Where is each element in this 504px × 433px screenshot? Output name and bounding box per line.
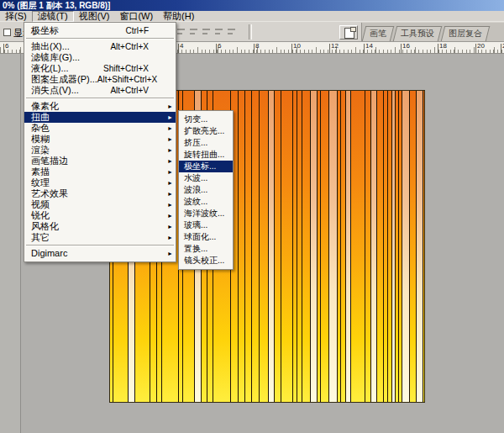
vertical-line [383,91,384,402]
filter-menu-item[interactable]: 其它► [24,232,176,243]
filter-menu-item[interactable]: 像素化► [24,101,176,112]
filter-menu: 极坐标Ctrl+F抽出(X)...Alt+Ctrl+X滤镜库(G)...液化(L… [24,22,176,262]
distort-submenu-item[interactable]: 扩散亮光... [179,125,233,137]
menu-item-label: 波纹... [179,196,233,208]
filter-menu-item[interactable]: 抽出(X)...Alt+Ctrl+X [24,41,176,52]
ruler-major-tick [216,44,217,53]
vertical-line [244,91,245,402]
ruler-number: 20 [477,42,485,50]
filter-menu-item[interactable]: 视频► [24,199,176,210]
filter-menu-item[interactable]: Digimarc► [24,248,176,259]
filter-menu-item[interactable]: 风格化► [24,221,176,232]
palette-well: 画笔工具预设图层复合 [361,23,504,41]
gradient-stripe [310,91,317,402]
menu-item-shortcut: Ctrl+F [126,25,150,36]
filter-menu-item[interactable]: 艺术效果► [24,188,176,199]
ruler-number: 4 [180,42,183,50]
vertical-line [328,91,329,402]
submenu-item-polar-coordinates[interactable]: 极坐标... [179,161,233,172]
ruler-major-tick [438,44,438,53]
align-top-icon[interactable] [176,27,186,36]
distort-submenu-item[interactable]: 挤压... [179,137,233,149]
distort-submenu-item[interactable]: 球面化... [179,231,233,243]
menu-item-label: 其它 [24,232,176,243]
filter-menu-item[interactable]: 图案生成器(P)...Alt+Shift+Ctrl+X [24,74,176,85]
go-to-bridge-icon [344,28,354,39]
filter-menu-item[interactable]: 纹理► [24,177,176,188]
vertical-line [365,91,365,402]
menu-bar-item[interactable]: 帮助(H) [158,11,199,21]
submenu-arrow-icon: ► [167,134,173,145]
gradient-stripe [328,91,337,402]
align-vertical-center-icon[interactable] [189,27,198,36]
submenu-arrow-icon: ► [167,199,173,210]
distort-submenu-item[interactable]: 水波... [179,172,233,184]
menu-bar-item[interactable]: 滤镜(T) [32,11,74,22]
menu-item-label: 旋转扭曲... [179,149,233,161]
distribute-center-icon[interactable] [227,27,236,36]
bridge-button[interactable] [339,25,358,40]
menu-item-shortcut: Alt+Ctrl+V [110,85,149,96]
palette-tab[interactable]: 图层复合 [441,26,490,41]
ruler-major-tick [3,44,4,53]
vertical-line [402,91,402,402]
filter-menu-item[interactable]: 模糊► [24,134,176,145]
menu-item-label: 扩散亮光... [179,125,233,137]
submenu-arrow-icon: ► [167,221,173,232]
gradient-stripe [370,91,376,402]
window-title: 0% (图层 1 副本 13, RGB/8)] [3,1,110,10]
filter-menu-item[interactable]: 滤镜库(G)... [24,52,176,63]
gradient-stripe [416,91,423,402]
menu-item-label: 滤镜库(G)... [24,52,176,63]
ruler-major-tick [501,44,501,53]
menu-item-label: 球面化... [179,231,233,243]
vertical-line [340,91,341,402]
menu-item-label: 素描 [24,166,176,177]
filter-menu-item[interactable]: 极坐标Ctrl+F [24,25,176,36]
vertical-line [398,91,399,402]
palette-tab[interactable]: 画笔 [362,26,394,41]
filter-menu-item[interactable]: 液化(L)...Shift+Ctrl+X [24,63,176,74]
ruler-major-tick [291,44,292,53]
submenu-arrow-icon: ► [167,210,173,221]
vertical-line [345,91,346,402]
vertical-line [274,91,275,402]
ruler-major-tick [401,44,402,53]
filter-menu-item[interactable]: 消失点(V)...Alt+Ctrl+V [24,85,176,96]
menu-bar-item[interactable]: 视图(V) [74,11,115,21]
palette-tab-label: 图层复合 [449,28,482,40]
distort-submenu-item[interactable]: 镜头校正... [179,255,233,267]
menu-bar: 择(S)滤镜(T)视图(V)窗口(W)帮助(H) [0,11,504,22]
align-bottom-icon[interactable] [202,27,211,36]
distort-submenu-item[interactable]: 波浪... [179,184,233,196]
menu-bar-item[interactable]: 择(S) [0,11,32,21]
filter-menu-item[interactable]: 渲染► [24,145,176,156]
menu-item-label: 杂色 [24,123,176,134]
distort-submenu-item[interactable]: 切变... [179,114,233,125]
vertical-line [350,91,351,402]
distort-submenu-item[interactable]: 旋转扭曲... [179,149,233,161]
palette-tab-label: 工具预设 [401,28,434,40]
distort-submenu-item[interactable]: 海洋波纹... [179,208,233,219]
filter-menu-item[interactable]: 杂色► [24,123,176,134]
distribute-left-icon[interactable] [214,27,223,36]
show-checkbox[interactable] [3,29,11,36]
vertical-line [409,91,410,402]
ruler-number: 14 [365,42,373,50]
menu-item-label: 模糊 [24,134,176,145]
vertical-line [391,91,392,402]
menu-bar-item[interactable]: 窗口(W) [114,11,158,21]
filter-menu-item[interactable]: 素描► [24,166,176,177]
distort-submenu-item[interactable]: 玻璃... [179,219,233,231]
menu-item-label: 液化(L)... [24,63,103,74]
vertical-line [395,91,396,402]
filter-menu-item[interactable]: 画笔描边► [24,156,176,166]
ruler-number: 6 [5,42,8,50]
distort-submenu-item[interactable]: 波纹... [179,196,233,208]
distort-submenu-item[interactable]: 置换... [179,243,233,255]
palette-tab[interactable]: 工具预设 [393,26,442,41]
submenu-arrow-icon: ► [167,232,173,243]
filter-menu-item[interactable]: 锐化► [24,210,176,221]
filter-menu-item-distort[interactable]: 扭曲► [24,112,176,123]
submenu-arrow-icon: ► [167,101,173,112]
